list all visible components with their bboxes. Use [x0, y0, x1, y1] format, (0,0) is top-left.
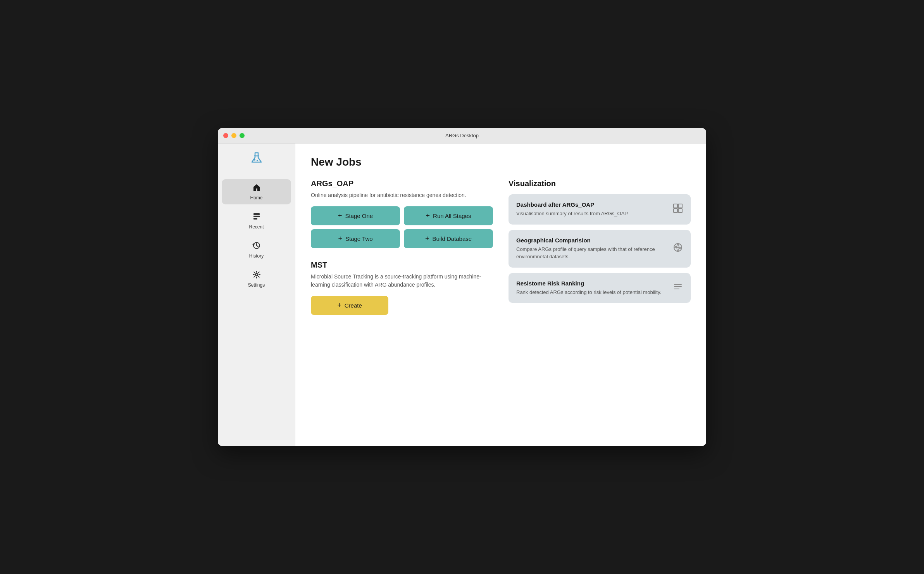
history-icon [252, 241, 261, 252]
svg-rect-5 [253, 218, 257, 220]
visualization-title: Visualization [509, 179, 691, 188]
sidebar-item-label-settings: Settings [248, 282, 265, 288]
main-content: New Jobs ARGs_OAP Online analysis pipeli… [295, 144, 706, 446]
build-database-label: Build Database [432, 235, 472, 242]
page-title: New Jobs [311, 156, 691, 168]
plus-icon: + [337, 301, 341, 309]
args-oap-description: Online analysis pipeline for antibiotic … [311, 191, 493, 199]
svg-point-1 [254, 159, 255, 161]
plus-icon: + [425, 235, 429, 243]
left-column: ARGs_OAP Online analysis pipeline for an… [311, 179, 493, 315]
svg-rect-4 [253, 216, 260, 217]
close-button[interactable] [223, 133, 228, 138]
sidebar-item-history[interactable]: History [222, 237, 291, 263]
geo-comparison-card-title: Geographical Comparision [516, 237, 667, 244]
sidebar-item-recent[interactable]: Recent [222, 208, 291, 233]
geo-comparison-card-desc: Compare ARGs profile of query samples wi… [516, 246, 667, 261]
svg-point-7 [255, 273, 258, 276]
window-title: ARGs Desktop [445, 133, 479, 138]
resistome-risk-card-icon [673, 282, 683, 294]
stage-two-button[interactable]: + Stage Two [311, 229, 400, 248]
create-button[interactable]: + Create [311, 296, 388, 315]
traffic-lights [223, 133, 245, 138]
stage-two-label: Stage Two [345, 235, 373, 242]
dashboard-card-content: Dashboard after ARGs_OAP Visualisation s… [516, 201, 667, 218]
sidebar-item-label-home: Home [250, 195, 262, 201]
svg-point-2 [257, 160, 258, 161]
svg-rect-9 [678, 204, 682, 208]
dashboard-card-desc: Visualisation summary of results from AR… [516, 210, 667, 218]
recent-icon [252, 212, 261, 223]
svg-rect-8 [674, 204, 677, 208]
settings-icon [252, 270, 261, 281]
geo-comparison-card-icon [673, 242, 683, 255]
dashboard-card-title: Dashboard after ARGs_OAP [516, 201, 667, 208]
geo-comparison-card[interactable]: Geographical Comparision Compare ARGs pr… [509, 230, 691, 268]
run-all-stages-label: Run All Stages [433, 213, 471, 219]
dashboard-card[interactable]: Dashboard after ARGs_OAP Visualisation s… [509, 194, 691, 225]
geo-comparison-card-content: Geographical Comparision Compare ARGs pr… [516, 237, 667, 261]
svg-rect-11 [678, 209, 682, 213]
resistome-risk-card-title: Resistome Risk Ranking [516, 280, 667, 287]
content-grid: ARGs_OAP Online analysis pipeline for an… [311, 179, 691, 315]
plus-icon: + [338, 235, 342, 243]
sidebar: Home Recent [218, 144, 295, 446]
sidebar-item-home[interactable]: Home [222, 179, 291, 204]
dashboard-card-icon [673, 203, 683, 216]
plus-icon: + [338, 212, 342, 220]
mst-title: MST [311, 261, 493, 270]
app-logo [250, 151, 264, 168]
args-oap-button-grid: + Stage One + Run All Stages + Stage Two [311, 206, 493, 248]
svg-rect-10 [674, 209, 677, 213]
right-column: Visualization Dashboard after ARGs_OAP V… [509, 179, 691, 315]
maximize-button[interactable] [240, 133, 245, 138]
args-oap-section: ARGs_OAP Online analysis pipeline for an… [311, 179, 493, 248]
sidebar-item-label-recent: Recent [249, 224, 264, 230]
minimize-button[interactable] [231, 133, 236, 138]
svg-rect-3 [253, 213, 260, 215]
titlebar: ARGs Desktop [218, 128, 706, 144]
build-database-button[interactable]: + Build Database [404, 229, 493, 248]
resistome-risk-card-content: Resistome Risk Ranking Rank detected ARG… [516, 280, 667, 296]
stage-one-button[interactable]: + Stage One [311, 206, 400, 225]
mst-description: Microbial Source Tracking is a source-tr… [311, 273, 493, 289]
args-oap-title: ARGs_OAP [311, 179, 493, 188]
run-all-stages-button[interactable]: + Run All Stages [404, 206, 493, 225]
resistome-risk-card[interactable]: Resistome Risk Ranking Rank detected ARG… [509, 273, 691, 303]
home-icon [252, 183, 261, 194]
mst-section: MST Microbial Source Tracking is a sourc… [311, 261, 493, 315]
stage-one-label: Stage One [345, 213, 373, 219]
create-label: Create [345, 302, 362, 309]
app-body: Home Recent [218, 144, 706, 446]
sidebar-item-label-history: History [249, 253, 264, 259]
app-window: ARGs Desktop Home [218, 128, 706, 446]
plus-icon: + [426, 212, 430, 220]
resistome-risk-card-desc: Rank detected ARGs according to risk lev… [516, 289, 667, 296]
sidebar-item-settings[interactable]: Settings [222, 266, 291, 292]
